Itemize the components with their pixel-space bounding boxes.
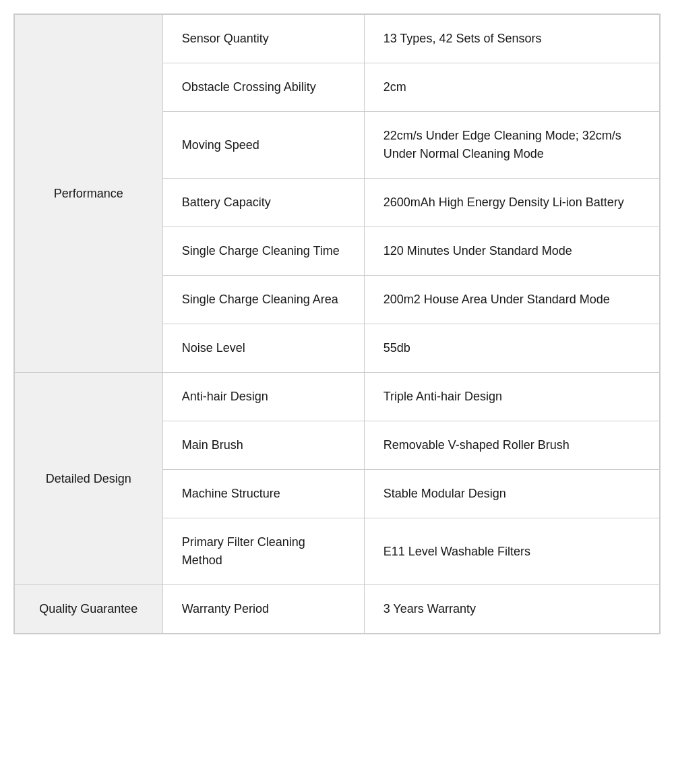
attribute-cell: Sensor Quantity xyxy=(162,15,364,63)
table-row: Detailed DesignAnti-hair DesignTriple An… xyxy=(15,373,660,421)
value-cell: Removable V-shaped Roller Brush xyxy=(364,421,659,470)
value-cell: Stable Modular Design xyxy=(364,470,659,518)
attribute-cell: Obstacle Crossing Ability xyxy=(162,63,364,112)
value-cell: 55db xyxy=(364,324,659,373)
attribute-cell: Single Charge Cleaning Area xyxy=(162,276,364,324)
attribute-cell: Moving Speed xyxy=(162,112,364,179)
value-cell: Triple Anti-hair Design xyxy=(364,373,659,421)
attribute-cell: Primary Filter Cleaning Method xyxy=(162,518,364,585)
category-cell: Detailed Design xyxy=(15,373,163,585)
value-cell: 120 Minutes Under Standard Mode xyxy=(364,227,659,276)
category-cell: Quality Guarantee xyxy=(15,585,163,634)
category-cell: Performance xyxy=(15,15,163,373)
table-row: PerformanceSensor Quantity13 Types, 42 S… xyxy=(15,15,660,63)
value-cell: 22cm/s Under Edge Cleaning Mode; 32cm/s … xyxy=(364,112,659,179)
table-row: Quality GuaranteeWarranty Period3 Years … xyxy=(15,585,660,634)
attribute-cell: Warranty Period xyxy=(162,585,364,634)
attribute-cell: Main Brush xyxy=(162,421,364,470)
value-cell: 3 Years Warranty xyxy=(364,585,659,634)
attribute-cell: Machine Structure xyxy=(162,470,364,518)
attribute-cell: Noise Level xyxy=(162,324,364,373)
value-cell: 2cm xyxy=(364,63,659,112)
attribute-cell: Battery Capacity xyxy=(162,179,364,227)
specs-table: PerformanceSensor Quantity13 Types, 42 S… xyxy=(13,13,661,634)
value-cell: 13 Types, 42 Sets of Sensors xyxy=(364,15,659,63)
attribute-cell: Single Charge Cleaning Time xyxy=(162,227,364,276)
attribute-cell: Anti-hair Design xyxy=(162,373,364,421)
value-cell: 2600mAh High Energy Density Li-ion Batte… xyxy=(364,179,659,227)
value-cell: E11 Level Washable Filters xyxy=(364,518,659,585)
value-cell: 200m2 House Area Under Standard Mode xyxy=(364,276,659,324)
